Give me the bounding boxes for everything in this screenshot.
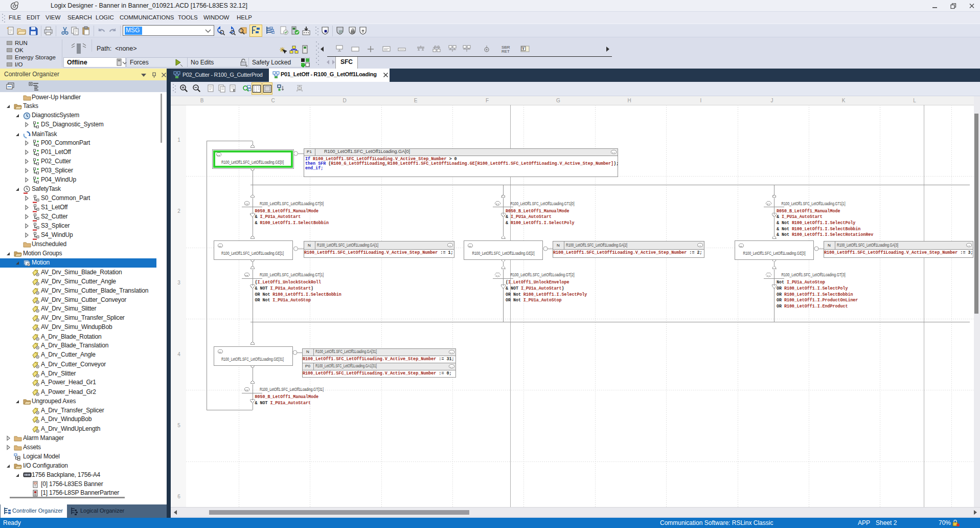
svg-text:& R100_LetOff1.I.SelectBobbin: & R100_LetOff1.I.SelectBobbin [255,221,329,225]
svg-text:R100_LetOff1.SFC_LetOff1Loadin: R100_LetOff1.SFC_LetOff1Loading.GA[0] [324,149,410,154]
svg-text:5: 5 [177,423,180,428]
svg-text:R100_LetOff1.SFC_LetOff1Loadin: R100_LetOff1.SFC_LetOff1Loading.GE[2] [472,251,535,256]
svg-text:OR R100_LetOff1.I.EndProduct: OR R100_LetOff1.I.EndProduct [777,304,848,309]
svg-text:3: 3 [177,280,180,285]
svg-text:R100_LetOff1.SFC_LetOff1Loadin: R100_LetOff1.SFC_LetOff1Loading.GT[2] [511,272,575,277]
svg-text:& R100_LetOff1.I.SelectPoly: & R100_LetOff1.I.SelectPoly [506,221,574,225]
svg-text:N: N [828,243,831,248]
svg-text:R100_LetOff1.SFC_LetOff1Loadin: R100_LetOff1.SFC_LetOff1Loading.GT[0] [260,201,324,206]
svg-text:& I_PU1a_AutoStart: & I_PU1a_AutoStart [777,214,823,219]
svg-text:H: H [627,98,631,103]
svg-text:R100_LetOff1.SFC_LetOff1Loadin: R100_LetOff1.SFC_LetOff1Loading.GE[31] [221,357,284,362]
svg-text:Not I_PU1a_AutoStop: Not I_PU1a_AutoStop [777,280,825,284]
svg-text:R100_LetOff1.SFC_LetOff1Loadin: R100_LetOff1.SFC_LetOff1Loading.GA1[31] [315,363,377,368]
svg-text:F: F [486,98,489,103]
svg-text:G: G [556,98,560,103]
svg-text:R100_LetOff1.SFC_LetOff1Loadin: R100_LetOff1.SFC_LetOff1Loading.GE[1] [221,251,284,256]
svg-text:B: B [200,98,204,103]
svg-text:OR Not R100_LetOff1.I.SelectBo: OR Not R100_LetOff1.I.SelectBobbin [255,292,341,297]
svg-text:& NOT I_PU1a_AutoStart): & NOT I_PU1a_AutoStart) [506,286,564,291]
svg-text:R050_B_LetOff1_ManualMode: R050_B_LetOff1_ManualMode [506,209,569,213]
svg-text:C: C [271,98,275,103]
svg-text:OR Not I_PU1a_AutoStop: OR Not I_PU1a_AutoStop [255,298,311,302]
svg-text:(I_LetOff1_UnlockStockRoll: (I_LetOff1_UnlockStockRoll [255,280,321,284]
svg-text:N: N [557,243,560,248]
svg-text:R100_LetOff1.SFC_LetOff1Loadin: R100_LetOff1.SFC_LetOff1Loading.GA[3] [837,243,898,248]
svg-text:R100_LetOff1.SFC_LetOff1Loadin: R100_LetOff1.SFC_LetOff1Loading.GT[3] [782,272,846,277]
svg-text:6: 6 [177,494,180,499]
svg-text:R100_LetOff1.SFC_LetOff1Loadin: R100_LetOff1.SFC_LetOff1Loading.GT1[0] [511,201,575,206]
svg-text:1: 1 [177,137,180,143]
svg-text:& I_PU1a_AutoStart: & I_PU1a_AutoStart [506,214,552,219]
svg-text:J: J [771,98,773,103]
svg-text:& NOT I_PU1a_AutoStart): & NOT I_PU1a_AutoStart) [255,286,314,291]
svg-text:R100_LetOff1.SFC_LetOff1Loadin: R100_LetOff1.SFC_LetOff1Loading.V_Active… [303,357,454,362]
svg-text:(I_LetOff1_UnlockEnvelope: (I_LetOff1_UnlockEnvelope [506,280,569,284]
svg-text:P0: P0 [305,364,310,368]
svg-text:R100_LetOff1.SFC_LetOff1Loadin: R100_LetOff1.SFC_LetOff1Loading.V_Active… [303,371,452,376]
svg-text:& I_PU1a_AutoStart: & I_PU1a_AutoStart [255,214,301,219]
svg-text:R050_B_LetOff1_ManualMode: R050_B_LetOff1_ManualMode [255,394,318,399]
svg-text:OR R100_LetOff1.I.SelectPoly: OR R100_LetOff1.I.SelectPoly [777,286,848,291]
svg-text:& NOT I_PU1a_AutoStart: & NOT I_PU1a_AutoStart [255,401,311,405]
svg-text:R100_LetOff1.SFC_LetOff1Loadin: R100_LetOff1.SFC_LetOff1Loading.GA[2] [566,243,627,248]
svg-text:then SFR (R100_G_LetOff1Loadin: then SFR (R100_G_LetOff1Loading,R100_Let… [305,161,619,166]
svg-text:& Not R100_LetOff1.I.SelectBob: & Not R100_LetOff1.I.SelectBobbin [777,227,860,231]
svg-text:R100_LetOff1.SFC_LetOff1Loadin: R100_LetOff1.SFC_LetOff1Loading.GA[31] [315,349,377,354]
svg-text:R100_LetOff1.SFC_LetOff1Loadin: R100_LetOff1.SFC_LetOff1Loading.GA[1] [317,243,378,248]
svg-text:& Not R100_LetOff1.I.SelectPol: & Not R100_LetOff1.I.SelectPoly [777,221,855,225]
svg-text:D: D [343,98,346,103]
svg-text:2: 2 [177,208,180,214]
svg-text:R100_LetOff1.SFC_LetOff1Loadin: R100_LetOff1.SFC_LetOff1Loading.GT1[1] [782,201,846,206]
svg-text:R100_LetOff1.SFC_LetOff1Loadin: R100_LetOff1.SFC_LetOff1Loading.GE[0] [221,160,284,165]
svg-text:T: T [522,47,525,51]
svg-text:4: 4 [177,351,180,357]
svg-text:I: I [700,98,702,103]
svg-text:OR Not I_PU1a_AutoStop: OR Not I_PU1a_AutoStop [506,298,562,302]
svg-text:N: N [308,243,311,248]
svg-text:L: L [913,98,916,103]
svg-text:R100_LetOff1.SFC_LetOff1Loadin: R100_LetOff1.SFC_LetOff1Loading.V_Active… [824,250,973,255]
svg-text:OR R100_LetOff1.I.ProductOnLin: OR R100_LetOff1.I.ProductOnLiner [777,298,858,302]
svg-text:R100_LetOff1.SFC_LetOff1Loadin: R100_LetOff1.SFC_LetOff1Loading.GT[1] [260,272,324,277]
svg-text:RET: RET [502,49,510,54]
svg-text:R100_LetOff1.SFC_LetOff1Loadin: R100_LetOff1.SFC_LetOff1Loading.V_Active… [304,250,453,255]
svg-text:end_if;: end_if; [305,166,323,171]
svg-text:R050_B_LetOff1_ManualMode: R050_B_LetOff1_ManualMode [777,209,840,213]
svg-text:R100_LetOff1.SFC_LetOff1Loadin: R100_LetOff1.SFC_LetOff1Loading.GE[3] [743,251,806,256]
svg-text:OR Not R100_LetOff1.I.SelectPo: OR Not R100_LetOff1.I.SelectPoly [506,292,587,297]
svg-text:R100_LetOff1.SFC_LetOff1Loadin: R100_LetOff1.SFC_LetOff1Loading.GT[31] [260,387,324,392]
svg-text:P1: P1 [307,149,312,154]
svg-text:R050_B_LetOff1_ManualMode: R050_B_LetOff1_ManualMode [255,209,318,213]
svg-text:& Not R100_LetOff1.I.SelectRot: & Not R100_LetOff1.I.SelectRotationRev [777,232,873,237]
svg-text:N: N [306,349,309,354]
svg-text:OR R100_LetOff1.I.SelectBobbin: OR R100_LetOff1.I.SelectBobbin [777,292,853,297]
svg-text:E: E [414,98,418,103]
svg-text:K: K [842,98,846,103]
svg-text:R100_LetOff1.SFC_LetOff1Loadin: R100_LetOff1.SFC_LetOff1Loading.V_Active… [553,250,702,255]
